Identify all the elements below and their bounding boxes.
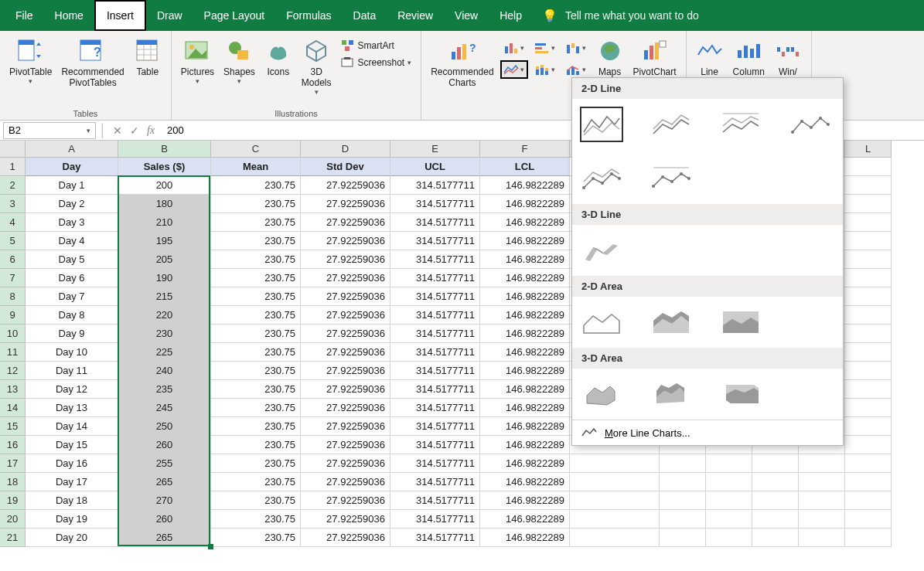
cell[interactable]: Day 5 [26, 250, 118, 269]
name-box[interactable]: B2 ▾ [3, 122, 96, 139]
cell[interactable]: 146.9822289 [480, 195, 570, 213]
cell[interactable]: Day 11 [26, 362, 118, 380]
cell[interactable]: 314.5177711 [390, 454, 480, 473]
cell[interactable]: 245 [118, 399, 211, 417]
cell[interactable]: 314.5177711 [390, 306, 480, 325]
row-header[interactable]: 11 [0, 343, 26, 362]
cell[interactable] [845, 158, 892, 176]
row-header[interactable]: 3 [0, 195, 26, 213]
menu-file[interactable]: File [5, 0, 44, 31]
cell[interactable]: 27.92259036 [301, 362, 390, 380]
cell[interactable]: Std Dev [301, 158, 390, 176]
cell[interactable]: 146.9822289 [480, 287, 570, 306]
cell[interactable]: Day 19 [26, 510, 118, 529]
cell[interactable]: 240 [118, 362, 211, 380]
cell[interactable]: Day 20 [26, 529, 118, 547]
menu-insert[interactable]: Insert [94, 0, 146, 31]
cell[interactable]: 235 [118, 380, 211, 399]
cell[interactable]: 27.92259036 [301, 232, 390, 250]
cell[interactable]: 146.9822289 [480, 176, 570, 195]
cell[interactable]: 230.75 [211, 232, 301, 250]
cell[interactable]: 146.9822289 [480, 491, 570, 510]
cell[interactable] [570, 529, 660, 547]
cell[interactable]: 27.92259036 [301, 491, 390, 510]
recommended-charts-button[interactable]: ? Recommended Charts [426, 34, 498, 90]
cell[interactable]: 230.75 [211, 454, 301, 473]
row-header[interactable]: 9 [0, 306, 26, 325]
cell[interactable] [660, 529, 706, 547]
row-header[interactable]: 14 [0, 399, 26, 417]
cell[interactable]: 146.9822289 [480, 325, 570, 343]
3d-100-stacked-area-chart-option[interactable] [719, 376, 762, 412]
cell[interactable]: 205 [118, 250, 211, 269]
cell[interactable]: 314.5177711 [390, 399, 480, 417]
cell[interactable]: 27.92259036 [301, 529, 390, 547]
cell[interactable] [706, 491, 752, 510]
cell[interactable]: 27.92259036 [301, 176, 390, 195]
more-line-charts-button[interactable]: More Line Charts... [572, 420, 843, 445]
smartart-button[interactable]: SmartArt [338, 37, 415, 54]
cell[interactable]: 270 [118, 491, 211, 510]
cell[interactable] [845, 454, 892, 473]
cell[interactable]: 210 [118, 213, 211, 232]
3d-models-button[interactable]: 3D Models [297, 34, 336, 97]
cell[interactable] [845, 380, 892, 399]
screenshot-button[interactable]: Screenshot ▾ [338, 54, 415, 71]
menu-page-layout[interactable]: Page Layout [193, 0, 276, 31]
pictures-button[interactable]: Pictures [176, 34, 219, 87]
cell[interactable] [570, 491, 660, 510]
cell[interactable] [845, 269, 892, 287]
cell[interactable]: 220 [118, 306, 211, 325]
cell[interactable]: Day 13 [26, 399, 118, 417]
cell[interactable]: Day 6 [26, 269, 118, 287]
cell[interactable]: 314.5177711 [390, 287, 480, 306]
cell[interactable] [660, 491, 706, 510]
bar-chart-button[interactable]: ▾ [531, 39, 559, 57]
menu-home[interactable]: Home [44, 0, 94, 31]
cell[interactable] [845, 510, 892, 529]
cell[interactable]: Sales ($) [118, 158, 211, 176]
row-header[interactable]: 19 [0, 491, 26, 510]
cell[interactable]: 230.75 [211, 176, 301, 195]
cell[interactable]: Day 7 [26, 287, 118, 306]
cell[interactable]: 146.9822289 [480, 306, 570, 325]
cell[interactable]: Day 15 [26, 436, 118, 454]
cell[interactable] [845, 343, 892, 362]
cell[interactable]: 314.5177711 [390, 510, 480, 529]
area-chart-option[interactable] [580, 304, 623, 340]
line-markers-chart-option[interactable] [789, 107, 832, 142]
cell[interactable]: 27.92259036 [301, 325, 390, 343]
cell[interactable]: 260 [118, 436, 211, 454]
column-chart-button[interactable]: ▾ [500, 39, 528, 57]
cell[interactable] [752, 529, 799, 547]
menu-formulas[interactable]: Formulas [275, 0, 342, 31]
cell[interactable] [845, 399, 892, 417]
cell[interactable]: 265 [118, 529, 211, 547]
row-header[interactable]: 1 [0, 158, 26, 176]
cell[interactable] [845, 362, 892, 380]
cell[interactable] [752, 454, 799, 473]
cell[interactable] [570, 454, 660, 473]
cell[interactable]: 230.75 [211, 213, 301, 232]
fx-icon[interactable]: fx [147, 124, 155, 137]
cell[interactable]: 146.9822289 [480, 269, 570, 287]
cell[interactable] [706, 473, 752, 491]
cell[interactable] [799, 473, 845, 491]
cell[interactable] [570, 473, 660, 491]
row-header[interactable]: 2 [0, 176, 26, 195]
cell[interactable] [799, 491, 845, 510]
cell[interactable] [799, 529, 845, 547]
cell[interactable]: 27.92259036 [301, 195, 390, 213]
cell[interactable] [570, 510, 660, 529]
cell[interactable]: 314.5177711 [390, 250, 480, 269]
3d-area-chart-option[interactable] [580, 376, 623, 412]
shapes-button[interactable]: Shapes [219, 34, 260, 87]
cell[interactable]: 146.9822289 [480, 473, 570, 491]
cell[interactable]: 27.92259036 [301, 213, 390, 232]
sparkline-column-button[interactable]: Column [728, 34, 769, 79]
table-button[interactable]: Table [129, 34, 166, 79]
column-header[interactable]: D [301, 141, 390, 158]
row-header[interactable]: 7 [0, 269, 26, 287]
row-header[interactable]: 12 [0, 362, 26, 380]
cell[interactable]: 146.9822289 [480, 232, 570, 250]
